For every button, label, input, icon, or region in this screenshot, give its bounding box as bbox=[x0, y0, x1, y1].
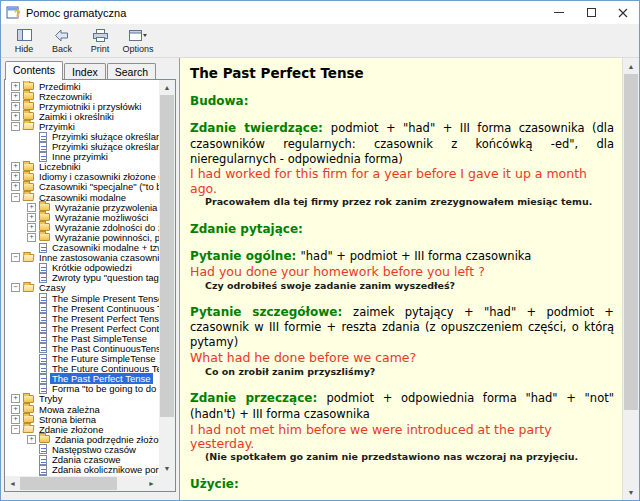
folder-open-icon bbox=[23, 284, 35, 292]
tree-item[interactable]: The Present Perfect Tense bbox=[5, 313, 159, 323]
content-vscroll-thumb[interactable] bbox=[624, 74, 638, 410]
tree-item[interactable]: −Przyimki bbox=[5, 121, 159, 131]
expand-icon[interactable]: + bbox=[27, 213, 36, 222]
print-icon bbox=[92, 28, 109, 43]
page-icon bbox=[39, 333, 47, 343]
title-bar: ? Pomoc gramatyczna bbox=[1, 1, 639, 24]
expand-icon[interactable]: + bbox=[27, 435, 36, 444]
tree-vscroll-thumb[interactable] bbox=[160, 95, 174, 417]
content-formula: Pytanie szczegółowe: zaimek pytający + "… bbox=[190, 305, 614, 350]
tree-item[interactable]: The Future Continuous Tense bbox=[5, 364, 159, 374]
folder-icon bbox=[23, 82, 34, 90]
tree-hscroll-track[interactable] bbox=[20, 476, 144, 491]
scroll-down-icon[interactable]: ▼ bbox=[159, 461, 175, 476]
expand-icon[interactable]: + bbox=[27, 223, 36, 232]
tree-item[interactable]: The Present Continuous Tens bbox=[5, 303, 159, 313]
options-button[interactable]: Options bbox=[119, 25, 157, 57]
tree-item[interactable]: −Czasy bbox=[5, 283, 159, 293]
close-icon bbox=[618, 8, 628, 18]
tree-item[interactable]: Zdania okolicznikowe porówn bbox=[5, 465, 159, 475]
content-translation: (Nie spotkałem go zanim nie przedstawion… bbox=[205, 451, 614, 463]
expand-icon[interactable]: + bbox=[27, 233, 36, 242]
back-arrow-icon bbox=[54, 28, 70, 43]
hide-icon bbox=[16, 28, 33, 43]
folder-icon bbox=[23, 173, 34, 181]
tree-item[interactable]: Przyimki służące określaniu cz bbox=[5, 131, 159, 141]
content-title: The Past Perfect Tense bbox=[190, 65, 614, 81]
tree-hscroll-thumb[interactable] bbox=[20, 477, 117, 490]
back-button[interactable]: Back bbox=[43, 25, 81, 57]
collapse-icon[interactable]: − bbox=[11, 122, 20, 131]
tree-vertical-scrollbar[interactable]: ▲ ▼ bbox=[159, 80, 175, 476]
page-icon bbox=[39, 273, 47, 283]
tab-contents[interactable]: Contents bbox=[5, 61, 63, 80]
close-button[interactable] bbox=[607, 1, 639, 24]
expand-icon[interactable]: + bbox=[11, 82, 20, 91]
scroll-left-icon[interactable]: ◄ bbox=[5, 476, 20, 491]
page-icon bbox=[39, 374, 47, 384]
expand-icon[interactable]: + bbox=[11, 162, 20, 171]
expand-icon[interactable]: + bbox=[11, 415, 20, 424]
tree-item[interactable]: Zdania czasowe bbox=[5, 454, 159, 464]
scroll-up-icon[interactable]: ▲ bbox=[159, 80, 175, 95]
tree-item[interactable]: +Zdania podrzędnie złożone bbox=[5, 434, 159, 444]
tree-item[interactable]: The Past ContinuousTense bbox=[5, 343, 159, 353]
tree-item[interactable]: −Zdanie złożone bbox=[5, 424, 159, 434]
tree-item[interactable]: +Wyrażanie przyzwolenia bbox=[5, 202, 159, 212]
tree-item[interactable]: −Czasowniki modalne bbox=[5, 192, 159, 202]
tab-search[interactable]: Search bbox=[107, 63, 156, 80]
expand-icon[interactable]: + bbox=[11, 405, 20, 414]
tab-search-label: Search bbox=[115, 66, 148, 78]
content-example: I had not met him before we were introdu… bbox=[190, 423, 614, 452]
content-formula-label: Pytanie szczegółowe: bbox=[190, 305, 353, 319]
collapse-icon[interactable]: − bbox=[11, 253, 20, 262]
print-button[interactable]: Print bbox=[81, 25, 119, 57]
tree-item[interactable]: The Future SimpleTense bbox=[5, 354, 159, 364]
collapse-icon[interactable]: − bbox=[11, 425, 20, 434]
page-icon bbox=[39, 444, 47, 454]
folder-open-icon bbox=[23, 425, 35, 433]
content-body: The Past Perfect TenseBudowa:Zdanie twie… bbox=[180, 58, 622, 500]
content-scroll-down-icon[interactable]: ▼ bbox=[623, 484, 639, 500]
tree-item[interactable]: Krótkie odpowiedzi bbox=[5, 263, 159, 273]
content-example: Had you done your homework before you le… bbox=[190, 265, 614, 279]
folder-icon bbox=[23, 415, 34, 423]
minimize-button[interactable] bbox=[543, 1, 575, 24]
tree-vscroll-track[interactable] bbox=[159, 95, 175, 461]
page-icon bbox=[39, 142, 47, 152]
tree-item[interactable]: The Past SimpleTense bbox=[5, 333, 159, 343]
tree-item[interactable]: The Present Perfect Continuo bbox=[5, 323, 159, 333]
tree-item[interactable]: Przyimki służące określaniu m bbox=[5, 142, 159, 152]
tree-item[interactable]: Następstwo czasów bbox=[5, 444, 159, 454]
expand-icon[interactable]: + bbox=[11, 182, 20, 191]
folder-icon bbox=[23, 163, 34, 171]
tree-item[interactable]: The Simple Present Tense bbox=[5, 293, 159, 303]
hide-button[interactable]: Hide bbox=[5, 25, 43, 57]
maximize-icon bbox=[587, 8, 596, 17]
content-vertical-scrollbar[interactable]: ▲ ▼ bbox=[622, 58, 639, 500]
content-scroll-up-icon[interactable]: ▲ bbox=[623, 58, 639, 74]
tab-index-label: Index bbox=[72, 66, 98, 78]
expand-icon[interactable]: + bbox=[11, 172, 20, 181]
tree-item[interactable]: +Wyrażanie możliwości bbox=[5, 212, 159, 222]
folder-icon bbox=[23, 405, 34, 413]
collapse-icon[interactable]: − bbox=[11, 193, 20, 202]
tree-item[interactable]: +Wyrażanie zdolności do zrobie bbox=[5, 222, 159, 232]
expand-icon[interactable]: + bbox=[11, 112, 20, 121]
expand-icon[interactable]: + bbox=[11, 92, 20, 101]
tree-horizontal-scrollbar[interactable]: ◄ ► bbox=[5, 476, 159, 491]
tree-item[interactable]: −Inne zastosowania czasowników m bbox=[5, 253, 159, 263]
expand-icon[interactable]: + bbox=[11, 394, 20, 403]
expand-icon[interactable]: + bbox=[27, 203, 36, 212]
tab-index[interactable]: Index bbox=[64, 63, 106, 80]
tree-item[interactable]: The Past Perfect Tense bbox=[5, 374, 159, 384]
maximize-button[interactable] bbox=[575, 1, 607, 24]
toolbar: Hide Back Print Options bbox=[1, 24, 639, 58]
expand-icon[interactable]: + bbox=[11, 102, 20, 111]
content-vscroll-track[interactable] bbox=[623, 74, 639, 484]
scroll-right-icon[interactable]: ► bbox=[144, 476, 159, 491]
collapse-icon[interactable]: − bbox=[11, 283, 20, 292]
content-translation: Czy odrobiłeś swoje zadanie zanim wyszed… bbox=[205, 280, 614, 292]
content-example: What had he done before we came? bbox=[190, 351, 614, 365]
tree-item[interactable]: +Wyrażanie powinności, przymu bbox=[5, 232, 159, 242]
